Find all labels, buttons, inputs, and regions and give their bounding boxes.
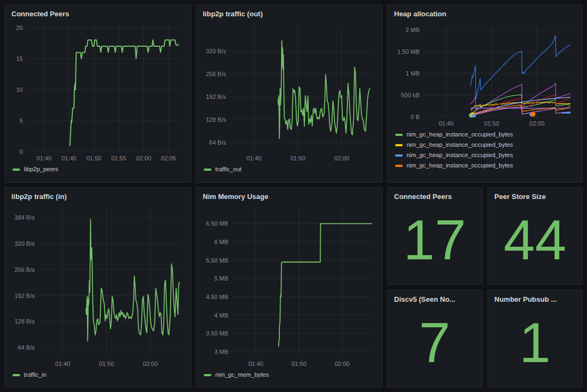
x-tick-label: 01:55 <box>111 155 127 161</box>
x-tick-label: 01:40 <box>439 120 454 127</box>
x-tick-label: 01:50 <box>99 360 114 367</box>
stat-panel-peer-store-size: Peer Store Size 44 <box>488 187 583 285</box>
stat-value: 44 <box>494 203 577 281</box>
y-tick-label: 5 MB <box>214 275 228 282</box>
series-line-libp2p_peers <box>70 40 179 146</box>
legend: nim_gc_heap_instance_occupied_bytes nim_… <box>393 129 577 169</box>
x-tick-label: 02:05 <box>161 155 176 161</box>
legend-label[interactable]: nim_gc_mem_bytes <box>215 371 268 378</box>
stat-value: 17 <box>393 203 477 281</box>
x-tick-label: 01:40 <box>36 155 52 161</box>
x-tick-label: 01:50 <box>291 360 307 367</box>
legend: traffic_in <box>10 369 185 378</box>
y-tick-label: 192 B/s <box>206 94 227 100</box>
series-swatch <box>395 144 403 146</box>
legend-item[interactable]: libp2p_peers <box>13 166 185 173</box>
x-tick-label: 01:45 <box>61 155 77 161</box>
x-tick-label: 01:50 <box>484 120 499 127</box>
series-line-traffic_out <box>278 41 370 139</box>
panel-heap-allocation: Heap allocation 0 B500 kB1 MB1.50 MB2 MB… <box>387 4 583 183</box>
x-tick-label: 02:00 <box>334 155 349 161</box>
legend-item[interactable]: nim_gc_mem_bytes <box>204 371 377 378</box>
y-tick-label: 64 B/s <box>209 139 227 146</box>
y-tick-label: 6.50 MB <box>206 220 228 227</box>
legend-label[interactable]: nim_gc_heap_instance_occupied_bytes <box>407 152 513 159</box>
y-tick-label: 5 <box>20 117 23 124</box>
stat-title[interactable]: Connected Peers <box>393 191 477 203</box>
plot-area[interactable]: 64 B/s128 B/s192 B/s256 B/s320 B/s01:400… <box>202 20 377 164</box>
y-tick-label: 256 B/s <box>206 71 227 77</box>
legend-item[interactable]: traffic_out <box>204 166 377 173</box>
y-tick-label: 320 B/s <box>206 48 227 54</box>
y-tick-label: 6 MB <box>214 239 228 245</box>
panel-title[interactable]: libp2p traffic (out) <box>202 8 377 20</box>
y-tick-label: 15 <box>16 55 23 62</box>
y-tick-label: 4.50 MB <box>206 294 228 300</box>
series-point <box>530 112 535 117</box>
x-tick-label: 02:00 <box>529 120 545 127</box>
panel-connected-peers-graph: Connected Peers 0510152001:4001:4501:500… <box>4 4 191 183</box>
y-tick-label: 1 MB <box>405 70 420 77</box>
x-tick-label: 01:50 <box>86 155 102 161</box>
stat-title[interactable]: Number Pubsub ... <box>494 294 577 306</box>
series-swatch <box>395 154 403 157</box>
stat-title[interactable]: Peer Store Size <box>494 191 577 203</box>
y-tick-label: 320 B/s <box>15 240 35 247</box>
series-swatch <box>204 169 211 171</box>
panel-title[interactable]: Heap allocation <box>393 8 577 20</box>
plot-area[interactable]: 0510152001:4001:4501:5001:5502:0002:05 <box>10 20 185 164</box>
panel-libp2p-traffic-out: libp2p traffic (out) 64 B/s128 B/s192 B/… <box>196 4 383 183</box>
y-tick-label: 128 B/s <box>15 318 35 325</box>
y-tick-label: 500 kB <box>401 92 420 98</box>
legend: libp2p_peers <box>10 164 185 173</box>
legend-item[interactable]: nim_gc_heap_instance_occupied_bytes <box>395 141 577 148</box>
legend-label[interactable]: nim_gc_heap_instance_occupied_bytes <box>407 141 513 148</box>
y-tick-label: 4 MB <box>214 312 228 319</box>
series-swatch <box>204 374 211 376</box>
legend: nim_gc_mem_bytes <box>202 369 377 378</box>
stat-panel-discv5-seen-nodes: Discv5 (Seen No... 7 <box>387 290 483 388</box>
legend-label[interactable]: nim_gc_heap_instance_occupied_bytes <box>407 131 513 138</box>
legend-item[interactable]: traffic_in <box>13 371 185 378</box>
x-tick-label: 01:40 <box>248 360 264 367</box>
series-line-heap-blue <box>471 35 570 99</box>
series-swatch <box>395 165 403 167</box>
legend-label[interactable]: traffic_out <box>215 166 241 173</box>
x-tick-label: 02:00 <box>335 360 350 367</box>
dashboard: Connected Peers 0510152001:4001:4501:500… <box>0 0 587 392</box>
y-tick-label: 5.50 MB <box>206 257 228 264</box>
y-tick-label: 3 MB <box>214 349 228 355</box>
stat-panel-number-pubsub: Number Pubsub ... 1 <box>488 290 583 388</box>
x-tick-label: 01:50 <box>290 155 305 161</box>
x-tick-label: 02:00 <box>136 155 152 161</box>
legend-label[interactable]: libp2p_peers <box>24 166 58 173</box>
panel-title[interactable]: Nim Memory Usage <box>202 191 377 203</box>
legend-item[interactable]: nim_gc_heap_instance_occupied_bytes <box>395 152 577 159</box>
panel-nim-memory-usage: Nim Memory Usage 3 MB3.50 MB4 MB4.50 MB5… <box>196 187 383 388</box>
series-line-traffic_in <box>86 219 179 341</box>
plot-area[interactable]: 0 B500 kB1 MB1.50 MB2 MB01:4001:5002:00 <box>393 20 577 129</box>
legend-item[interactable]: nim_gc_heap_instance_occupied_bytes <box>395 162 577 169</box>
y-tick-label: 192 B/s <box>15 293 35 299</box>
x-tick-label: 01:40 <box>247 155 262 161</box>
legend-item[interactable]: nim_gc_heap_instance_occupied_bytes <box>395 131 577 138</box>
y-tick-label: 20 <box>16 24 23 31</box>
panel-title[interactable]: libp2p traffic (in) <box>10 191 185 203</box>
x-tick-label: 01:40 <box>55 360 71 367</box>
y-tick-label: 1.50 MB <box>397 48 420 55</box>
y-tick-label: 64 B/s <box>18 344 35 351</box>
stat-value: 1 <box>494 306 577 384</box>
plot-area[interactable]: 64 B/s128 B/s192 B/s256 B/s320 B/s384 B/… <box>10 203 185 369</box>
stats-grid: Connected Peers 17 Peer Store Size 44 Di… <box>387 187 583 388</box>
legend-label[interactable]: nim_gc_heap_instance_occupied_bytes <box>407 162 513 169</box>
y-tick-label: 384 B/s <box>15 214 35 221</box>
legend-label[interactable]: traffic_in <box>24 371 46 378</box>
panel-title[interactable]: Connected Peers <box>10 8 185 20</box>
stat-title[interactable]: Discv5 (Seen No... <box>393 294 477 306</box>
stat-value: 7 <box>393 306 477 384</box>
plot-area[interactable]: 3 MB3.50 MB4 MB4.50 MB5 MB5.50 MB6 MB6.5… <box>202 203 377 369</box>
y-tick-label: 0 B <box>410 114 420 120</box>
series-swatch <box>395 134 403 136</box>
y-tick-label: 10 <box>16 86 23 93</box>
y-tick-label: 128 B/s <box>206 116 227 123</box>
